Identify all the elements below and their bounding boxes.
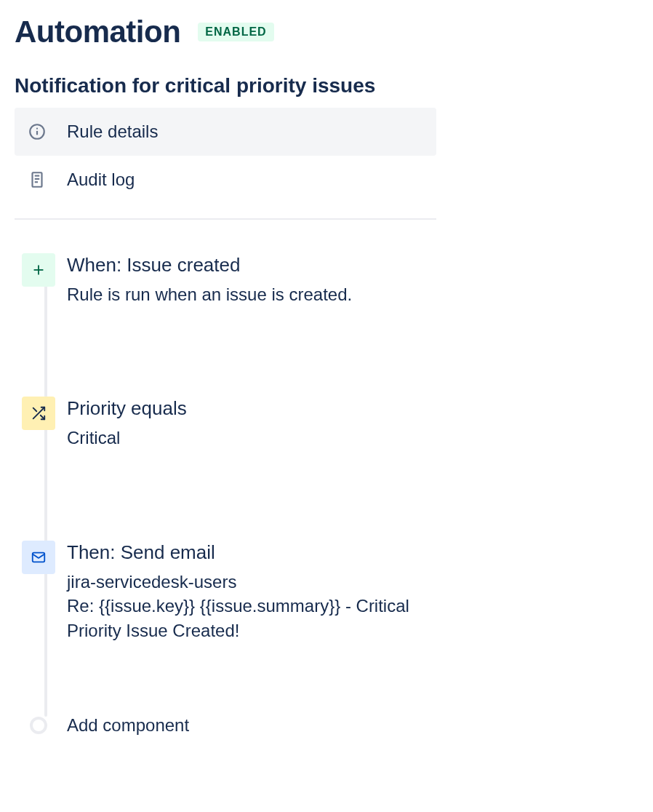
flow-step-trigger[interactable]: When: Issue created Rule is run when an … [22, 252, 638, 306]
plus-icon [22, 253, 55, 287]
sidebar-item-label: Rule details [67, 122, 158, 142]
flow-step-title: Then: Send email [67, 541, 419, 565]
page-title: Automation [15, 15, 180, 49]
flow-step-desc[interactable]: Critical [67, 426, 187, 450]
flow-step-title: Priority equals [67, 397, 187, 421]
sidebar-list: Rule details Audit log [15, 108, 436, 220]
rule-flow: When: Issue created Rule is run when an … [15, 252, 638, 736]
flow-step-condition[interactable]: Priority equals Critical [22, 395, 638, 450]
document-icon [28, 170, 67, 189]
svg-point-1 [36, 128, 38, 130]
add-circle-icon [30, 717, 47, 734]
shuffle-icon [22, 397, 55, 430]
sidebar-item-label: Audit log [67, 170, 135, 190]
flow-step-title: When: Issue created [67, 253, 352, 278]
flow-step-desc[interactable]: Rule is run when an issue is created. [67, 282, 352, 307]
sidebar-item-rule-details[interactable]: Rule details [15, 108, 436, 156]
flow-step-desc[interactable]: jira-servicedesk-users Re: {{issue.key}}… [67, 570, 419, 643]
flow-connector-line [44, 281, 47, 717]
header: Automation ENABLED [15, 15, 638, 49]
info-icon [28, 122, 67, 141]
mail-icon [22, 541, 55, 574]
rule-name: Notification for critical priority issue… [15, 74, 638, 97]
sidebar-item-audit-log[interactable]: Audit log [15, 156, 436, 204]
add-component-row[interactable]: Add component [22, 715, 638, 736]
svg-line-11 [33, 408, 37, 412]
flow-step-action[interactable]: Then: Send email jira-servicedesk-users … [22, 539, 638, 643]
status-badge: ENABLED [198, 23, 273, 41]
add-component-label: Add component [67, 715, 189, 736]
